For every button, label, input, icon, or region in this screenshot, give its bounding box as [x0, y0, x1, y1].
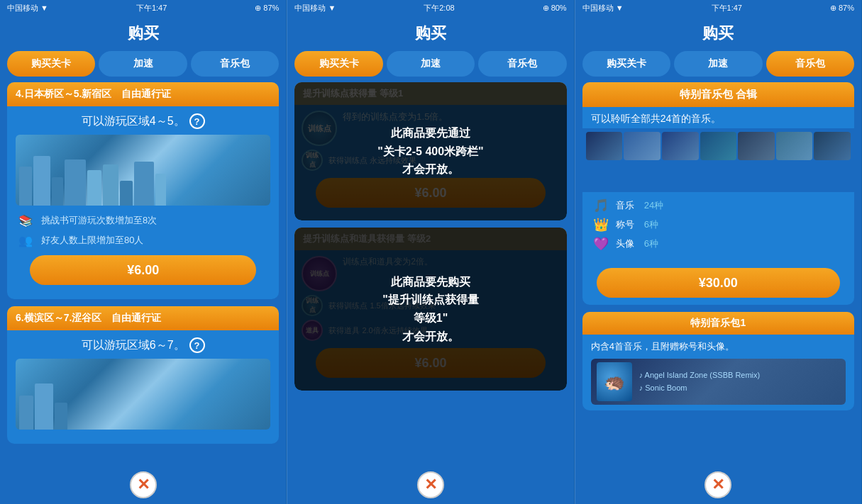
overlay-2-text: 此商品要先购买"提升训练点获得量等级1"才会开放。	[375, 266, 486, 352]
overlay-2: 此商品要先购买"提升训练点获得量等级1"才会开放。	[294, 228, 566, 391]
music-main-desc: 可以聆听全部共24首的音乐。	[582, 107, 854, 128]
music-stat-row-2: 👑 称号 6种	[593, 217, 844, 233]
content-middle: 提升训练点获得量 等级1 训练点 得到的训练点变为1.5倍。 训练点 获得训练点…	[287, 82, 573, 465]
pass-card-2-question-row: 可以游玩区域6～7。 ?	[16, 337, 270, 353]
overlay-1: 此商品要先通过"关卡2-5 400米跨栏"才会开放。	[294, 82, 566, 220]
crown-icon: 👑	[593, 217, 609, 233]
building	[134, 162, 154, 206]
collage-cell-6	[776, 132, 813, 160]
music-stat-value-1: 24种	[644, 199, 663, 212]
training-card-2: 提升训练点和道具获得量 等级2 训练点 训练点和道具变为2倍。 训练点 获得训练…	[294, 228, 566, 391]
music-sub-card: 特别音乐包1 内含4首音乐，且附赠称号和头像。 🦔 ♪ Angel Island…	[582, 312, 854, 410]
pass-card-1-question-row: 可以游玩区域4～5。 ?	[16, 113, 270, 129]
city-buildings-2	[16, 380, 270, 430]
building	[35, 383, 53, 430]
tab-buy-pass-right[interactable]: 购买关卡	[582, 51, 670, 77]
pass-card-1-question-text: 可以游玩区域4～5。	[82, 114, 185, 129]
collage-cell-1	[586, 132, 623, 160]
track-1: ♪ Angel Island Zone (SSBB Remix)	[639, 369, 761, 382]
tab-speed-right[interactable]: 加速	[674, 51, 762, 77]
bottom-bar-middle: ✕	[287, 465, 573, 504]
collage-cell-3	[662, 132, 699, 160]
close-icon-middle: ✕	[424, 477, 437, 493]
tab-speed-middle[interactable]: 加速	[387, 51, 475, 77]
building	[155, 174, 166, 206]
music-stat-row-3: 💜 头像 6种	[593, 236, 844, 252]
music-stat-label-2: 称号	[616, 218, 637, 231]
music-track-img: 🦔 ♪ Angel Island Zone (SSBB Remix) ♪ Son…	[591, 359, 846, 405]
pass-card-1-header: 4.日本桥区～5.新宿区 自由通行证	[7, 82, 279, 106]
time-left: 下午1:47	[136, 3, 167, 13]
header-left: 购买	[0, 16, 286, 51]
panel-middle: 中国移动 ▼ 下午2:08 ⊕ 80% 购买 购买关卡 加速 音乐包 提升训练点…	[287, 0, 574, 504]
feature-row-2: 👥 好友人数上限增加至80人	[16, 233, 270, 248]
close-button-middle[interactable]: ✕	[417, 471, 444, 498]
track-list: ♪ Angel Island Zone (SSBB Remix) ♪ Sonic…	[639, 369, 761, 394]
music-main-header: 特别音乐包 合辑	[582, 82, 854, 107]
music-sub-desc: 内含4首音乐，且附赠称号和头像。	[591, 340, 846, 353]
tab-bar-left: 购买关卡 加速 音乐包	[0, 51, 286, 77]
content-right: 特别音乐包 合辑 可以聆听全部共24首的音乐。 🎵 音乐 24种	[575, 82, 861, 465]
friend-icon: 👥	[16, 233, 35, 248]
panel-left: 中国移动 ▼ 下午1:47 ⊕ 87% 购买 购买关卡 加速 音乐包 4.日本桥…	[0, 0, 287, 504]
feature-row-1: 📚 挑战书可游玩次数增加至8次	[16, 213, 270, 228]
music-stat-value-3: 6种	[644, 237, 658, 250]
close-icon-right: ✕	[712, 477, 724, 493]
music-stat-value-2: 6种	[644, 218, 658, 231]
music-sub-body: 内含4首音乐，且附赠称号和头像。 🦔 ♪ Angel Island Zone (…	[582, 335, 854, 410]
question-icon-1[interactable]: ?	[189, 113, 205, 129]
tab-music-left[interactable]: 音乐包	[191, 51, 279, 77]
header-title-left: 购买	[128, 23, 159, 44]
collage-cell-4	[700, 132, 737, 160]
tab-buy-pass-middle[interactable]: 购买关卡	[294, 51, 382, 77]
tab-music-right[interactable]: 音乐包	[766, 51, 854, 77]
header-title-middle: 购买	[415, 23, 446, 44]
question-icon-2[interactable]: ?	[189, 337, 205, 353]
sonic-avatar: 🦔	[597, 362, 632, 401]
training-card-1: 提升训练点获得量 等级1 训练点 得到的训练点变为1.5倍。 训练点 获得训练点…	[294, 82, 566, 220]
pass-card-2-header: 6.横滨区～7.涩谷区 自由通行证	[7, 306, 279, 330]
book-icon: 📚	[16, 213, 35, 228]
tab-music-middle[interactable]: 音乐包	[478, 51, 566, 77]
bottom-bar-left: ✕	[0, 465, 286, 504]
pass-card-2: 6.横滨区～7.涩谷区 自由通行证 可以游玩区域6～7。 ?	[7, 306, 279, 444]
tab-buy-pass-left[interactable]: 购买关卡	[7, 51, 95, 77]
pass-card-2-body: 可以游玩区域6～7。 ?	[7, 330, 279, 444]
tab-bar-middle: 购买关卡 加速 音乐包	[287, 51, 573, 77]
status-bar-right: 中国移动 ▼ 下午1:47 ⊕ 87%	[575, 0, 861, 16]
battery-left: ⊕ 87%	[255, 4, 279, 13]
time-right: 下午1:47	[712, 3, 742, 13]
building	[19, 396, 33, 430]
building	[120, 181, 133, 206]
music-stat-label-3: 头像	[616, 237, 637, 250]
collage-cell-5	[738, 132, 775, 160]
tab-speed-left[interactable]: 加速	[99, 51, 187, 77]
content-left: 4.日本桥区～5.新宿区 自由通行证 可以游玩区域4～5。 ?	[0, 82, 286, 465]
close-icon-left: ✕	[137, 477, 150, 493]
time-middle: 下午2:08	[424, 3, 454, 13]
overlay-1-text: 此商品要先通过"关卡2-5 400米跨栏"才会开放。	[370, 117, 490, 186]
status-bar-middle: 中国移动 ▼ 下午2:08 ⊕ 80%	[287, 0, 573, 16]
building	[55, 403, 67, 430]
music-collage	[582, 128, 854, 192]
buy-button-1[interactable]: ¥6.00	[30, 255, 256, 285]
header-title-right: 购买	[702, 23, 734, 44]
carrier-right: 中国移动 ▼	[582, 3, 624, 13]
panel-right: 中国移动 ▼ 下午1:47 ⊕ 87% 购买 购买关卡 加速 音乐包 特别音乐包…	[575, 0, 862, 504]
battery-middle: ⊕ 80%	[543, 4, 567, 13]
city-buildings-1	[16, 156, 270, 206]
music-main-card: 特别音乐包 合辑 可以聆听全部共24首的音乐。 🎵 音乐 24种	[582, 82, 854, 305]
feature-text-1: 挑战书可游玩次数增加至8次	[41, 214, 157, 227]
city-image-2	[16, 359, 270, 430]
pass-card-1-body: 可以游玩区域4～5。 ?	[7, 106, 279, 299]
carrier-middle: 中国移动 ▼	[294, 3, 336, 13]
bottom-bar-right: ✕	[575, 465, 861, 504]
close-button-left[interactable]: ✕	[130, 471, 157, 498]
close-button-right[interactable]: ✕	[704, 471, 731, 498]
pass-card-2-question-text: 可以游玩区域6～7。	[82, 338, 185, 353]
buy-button-music-main[interactable]: ¥30.00	[597, 268, 840, 298]
music-note-icon: 🎵	[593, 198, 609, 213]
building	[52, 177, 63, 206]
collage-cell-2	[624, 132, 661, 160]
header-right: 购买	[575, 16, 861, 51]
